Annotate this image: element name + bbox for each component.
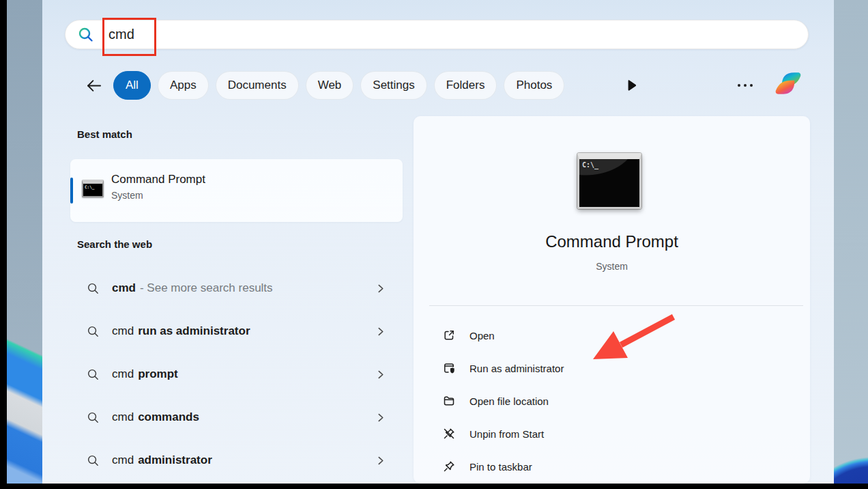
chevron-right-icon: [376, 327, 385, 336]
filter-tabs: All Apps Documents Web Settings Folders …: [113, 71, 564, 100]
desktop-wallpaper-left: [7, 0, 42, 484]
action-open[interactable]: Open: [414, 319, 810, 352]
chevron-right-icon: [376, 284, 385, 293]
action-pin-to-taskbar[interactable]: Pin to taskbar: [414, 450, 810, 483]
action-open-file-location[interactable]: Open file location: [414, 385, 810, 417]
preview-app-name: Command Prompt: [414, 232, 810, 251]
search-the-web-header: Search the web: [77, 238, 152, 250]
tab-web[interactable]: Web: [306, 71, 354, 100]
command-prompt-icon-large: C:\_: [577, 153, 641, 209]
suggestion-cmd-administrator[interactable]: cmdadministrator: [70, 445, 403, 476]
selection-accent-bar: [70, 178, 73, 204]
suggestion-cmd-commands[interactable]: cmdcommands: [70, 402, 403, 433]
unpin-icon: [442, 427, 456, 441]
copilot-button[interactable]: [772, 68, 804, 99]
tab-photos[interactable]: Photos: [504, 71, 564, 100]
best-match-result[interactable]: C:\_ Command Prompt System: [70, 159, 403, 222]
search-icon: [77, 26, 95, 44]
tab-documents[interactable]: Documents: [216, 71, 299, 100]
suggestion-see-more[interactable]: cmd- See more search results: [70, 273, 403, 304]
tab-folders[interactable]: Folders: [434, 71, 497, 100]
result-preview-pane: C:\_ Command Prompt System Open: [414, 116, 810, 484]
search-icon: [87, 325, 100, 338]
search-icon: [87, 368, 100, 381]
play-icon: [627, 80, 637, 91]
tab-apps[interactable]: Apps: [158, 71, 209, 100]
folder-icon: [442, 394, 456, 408]
desktop-wallpaper-right: [834, 0, 868, 484]
result-title: Command Prompt: [111, 173, 205, 186]
search-flyout-panel: cmd All Apps Documents Web Settings Fold…: [42, 0, 834, 484]
command-prompt-icon: C:\_: [82, 180, 104, 197]
suggestion-run-as-administrator[interactable]: cmdrun as administrator: [70, 316, 403, 347]
tab-settings[interactable]: Settings: [360, 71, 426, 100]
preview-app-type: System: [414, 261, 810, 272]
web-suggestion-list: cmd- See more search results cmdrun as a…: [70, 273, 403, 488]
search-icon: [87, 411, 100, 424]
more-tabs-button[interactable]: [623, 76, 641, 94]
open-icon: [442, 329, 456, 342]
more-options-button[interactable]: [733, 76, 757, 94]
suggestion-cmd-prompt[interactable]: cmdprompt: [70, 359, 403, 390]
action-list: Open Run as administrator: [414, 319, 810, 483]
chevron-right-icon: [376, 370, 385, 379]
divider: [429, 305, 803, 306]
search-query-text: cmd: [108, 27, 134, 42]
chevron-right-icon: [376, 456, 385, 465]
result-subtitle: System: [111, 190, 143, 201]
search-icon: [87, 454, 100, 467]
windows-search-screen: cmd All Apps Documents Web Settings Fold…: [0, 0, 868, 489]
tab-all[interactable]: All: [113, 71, 151, 100]
best-match-header: Best match: [77, 128, 132, 140]
copilot-icon: [772, 68, 804, 99]
admin-shield-icon: [442, 361, 456, 375]
search-input[interactable]: cmd: [65, 20, 809, 49]
search-icon: [87, 282, 100, 295]
chevron-right-icon: [376, 413, 385, 422]
back-button[interactable]: [81, 73, 106, 98]
ellipsis-icon: [738, 84, 740, 87]
back-arrow-icon: [85, 76, 103, 95]
action-run-as-administrator[interactable]: Run as administrator: [414, 352, 810, 385]
action-unpin-from-start[interactable]: Unpin from Start: [414, 417, 810, 450]
pin-icon: [442, 460, 456, 473]
